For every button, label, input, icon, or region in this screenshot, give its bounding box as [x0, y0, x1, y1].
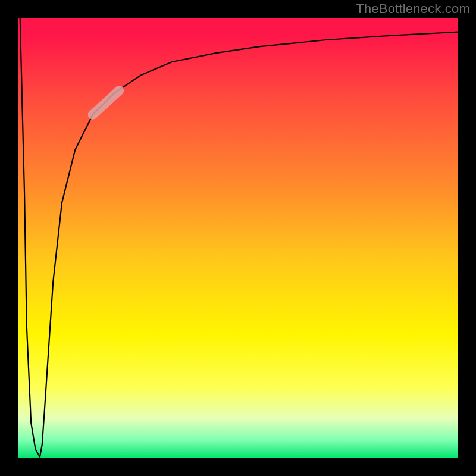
curve-layer [18, 18, 458, 458]
plot-area [18, 18, 458, 458]
chart-frame: TheBottleneck.com [0, 0, 476, 476]
highlight-segment [93, 90, 119, 115]
watermark-text: TheBottleneck.com [356, 1, 470, 17]
bottleneck-curve [20, 18, 458, 457]
